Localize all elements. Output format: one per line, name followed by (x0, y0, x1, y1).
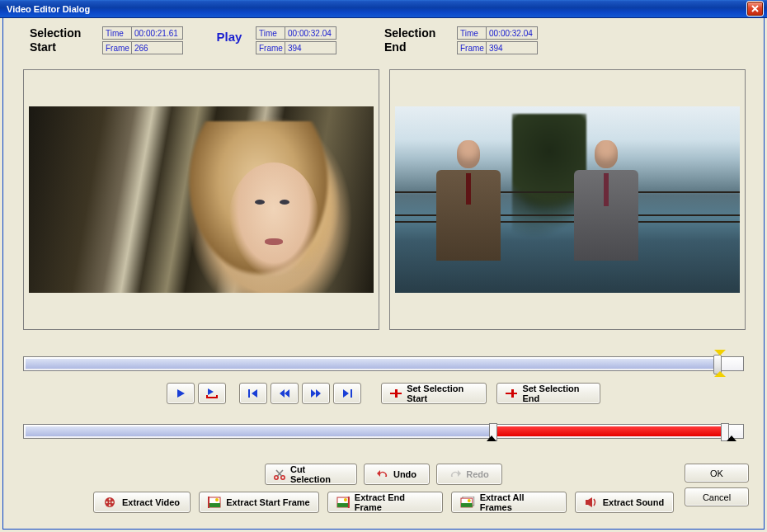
close-button[interactable] (746, 1, 764, 16)
rewind-icon (279, 388, 290, 398)
selection-end-label: Selection End (384, 26, 435, 54)
label-time: Time (256, 26, 285, 40)
extract-sound-button[interactable]: Extract Sound (575, 492, 674, 513)
preview-start (23, 69, 379, 330)
label-time: Time (457, 26, 487, 40)
extract-all-frames-button[interactable]: Extract All Frames (451, 492, 567, 513)
client-area: Selection Start Time00:00:21.61 Frame266… (2, 18, 765, 530)
svg-point-9 (109, 504, 111, 506)
extract-end-frame-button[interactable]: Extract End Frame (327, 492, 443, 513)
preview-start-thumb (29, 106, 374, 293)
first-frame-button[interactable] (239, 383, 267, 404)
preview-end (389, 69, 746, 330)
play-selection-icon (205, 388, 219, 399)
selection-start-time: 00:00:21.61 (132, 26, 183, 40)
svg-point-8 (109, 498, 111, 500)
extract-start-frame-label: Extract Start Frame (226, 497, 310, 507)
film-reel-icon (104, 497, 117, 508)
transport-controls: Set Selection Start Set Selection End (3, 383, 764, 404)
svg-point-19 (344, 498, 347, 501)
close-icon (751, 5, 759, 12)
last-frame-button[interactable] (333, 383, 361, 404)
redo-icon (449, 469, 461, 479)
next-frame-button[interactable] (302, 383, 330, 404)
svg-rect-20 (348, 497, 350, 508)
undo-button[interactable]: Undo (364, 464, 430, 485)
selection-track[interactable] (23, 424, 744, 439)
redo-button[interactable]: Redo (436, 464, 502, 485)
selection-start-frame: 266 (132, 41, 183, 54)
svg-point-11 (111, 501, 113, 503)
selection-start-handle[interactable] (489, 423, 497, 441)
play-icon (176, 388, 186, 398)
svg-rect-2 (216, 395, 218, 398)
redo-label: Redo (466, 469, 489, 479)
svg-rect-16 (208, 497, 209, 508)
selection-end-readout: Time00:00:32.04 Frame394 (457, 26, 538, 56)
set-selection-start-button[interactable]: Set Selection Start (381, 383, 487, 404)
selection-start-readout: Time00:00:21.61 Frame266 (102, 26, 183, 56)
extract-end-frame-label: Extract End Frame (355, 492, 434, 512)
extract-all-frames-label: Extract All Frames (480, 492, 558, 512)
label-frame: Frame (256, 41, 285, 54)
play-frame: 394 (285, 41, 336, 54)
cut-selection-label: Cut Selection (290, 464, 348, 484)
undo-icon (377, 469, 388, 479)
fast-forward-icon (310, 388, 322, 398)
play-selection-button[interactable] (198, 383, 226, 404)
extract-sound-label: Extract Sound (603, 497, 665, 507)
svg-point-12 (109, 501, 111, 503)
set-selection-end-button[interactable]: Set Selection End (496, 383, 600, 404)
window-title: Video Editor Dialog (3, 4, 746, 14)
prev-frame-button[interactable] (271, 383, 299, 404)
svg-rect-1 (206, 395, 208, 398)
label-frame: Frame (457, 41, 487, 54)
ok-button[interactable]: OK (685, 464, 749, 483)
dialog-buttons: OK Cancel (685, 464, 749, 506)
play-position-track[interactable] (23, 356, 744, 371)
picture-frame-icon (208, 497, 221, 508)
selection-start-label: Selection Start (30, 26, 81, 54)
svg-rect-3 (248, 389, 250, 398)
svg-point-15 (215, 498, 219, 501)
cancel-label: Cancel (703, 492, 731, 502)
picture-stack-icon (460, 497, 475, 508)
extract-video-label: Extract Video (122, 497, 180, 507)
skip-last-icon (341, 388, 353, 398)
selection-end-time: 00:00:32.04 (487, 26, 538, 40)
extract-start-frame-button[interactable]: Extract Start Frame (199, 492, 319, 513)
cancel-button[interactable]: Cancel (685, 487, 749, 506)
selection-end-handle[interactable] (721, 423, 729, 441)
preview-end-thumb (395, 106, 740, 293)
play-readout: Time00:00:32.04 Frame394 (256, 26, 336, 56)
extract-video-button[interactable]: Extract Video (93, 492, 191, 513)
scissors-icon (274, 468, 285, 480)
svg-rect-14 (209, 503, 220, 507)
svg-rect-4 (351, 389, 352, 398)
header-row: Selection Start Time00:00:21.61 Frame266… (30, 26, 749, 56)
label-time: Time (102, 26, 132, 40)
speaker-icon (585, 497, 598, 508)
set-selection-end-label: Set Selection End (522, 384, 591, 403)
selection-end-frame: 394 (487, 41, 538, 54)
set-selection-start-label: Set Selection Start (407, 384, 478, 403)
selection-start-marker-icon (390, 388, 402, 398)
svg-rect-23 (461, 503, 473, 507)
cut-selection-button[interactable]: Cut Selection (265, 464, 357, 485)
edit-row: Cut Selection Undo Redo (3, 464, 764, 485)
play-marker-top-icon (714, 350, 726, 355)
svg-point-5 (275, 476, 278, 479)
titlebar: Video Editor Dialog (0, 0, 767, 18)
play-label: Play (217, 30, 242, 44)
ok-label: OK (710, 468, 723, 478)
play-button[interactable] (167, 383, 195, 404)
picture-frame-icon (336, 497, 350, 508)
svg-point-10 (106, 501, 107, 503)
skip-first-icon (247, 388, 259, 398)
undo-label: Undo (393, 469, 416, 479)
play-time: 00:00:32.04 (285, 26, 336, 40)
label-frame: Frame (102, 41, 132, 54)
extract-row: Extract Video Extract Start Frame Extrac… (3, 492, 764, 513)
svg-rect-0 (206, 397, 218, 398)
svg-point-6 (281, 476, 285, 479)
